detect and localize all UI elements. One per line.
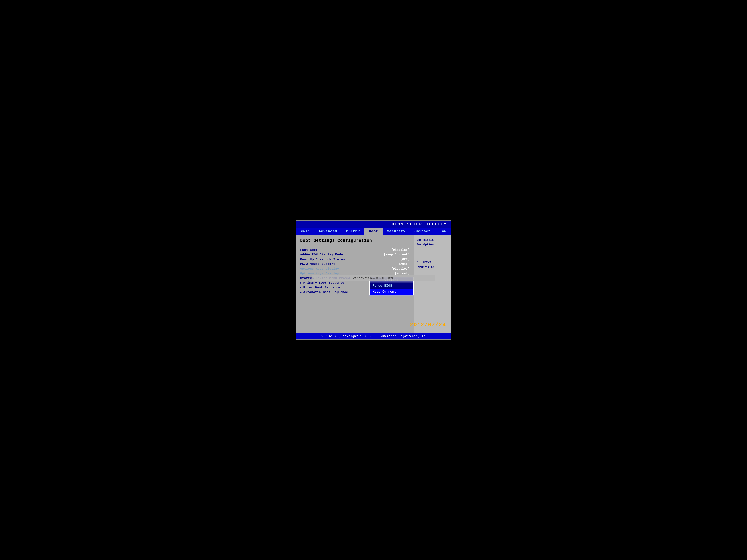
dropdown-option-keep-current[interactable]: Keep Current [369,289,413,295]
value-addon-rom: [Keep Current] [384,253,410,257]
side-key-help: ↑↓↔ :Move F9:Optimize [416,259,448,270]
setting-row-addon-rom[interactable]: AddOn ROM Display Mode [Keep Current] [300,253,410,257]
nav-pciplnp[interactable]: PCIPnP [341,228,364,235]
value-numlock: [OFF] [400,258,410,261]
bios-title-bar: BIOS SETUP UTILITY [296,221,451,228]
bios-title: BIOS SETUP UTILITY [391,222,447,226]
setting-row-numlock[interactable]: Boot Up Num-Lock Status [OFF] [300,258,410,261]
value-options-keys-2: [Normal] [395,272,410,275]
side-help-move: ↑↓↔ :Move [416,259,448,265]
label-options-keys-1: Options Keys Display [300,267,339,271]
nav-chipset[interactable]: Chipset [410,228,435,235]
nav-boot[interactable]: Boot [364,228,383,235]
setting-row-options-keys-2[interactable]: Options Keys Display... [Normal] [300,272,410,275]
watermark-bar: windows没有软盘是什么意思 [312,275,436,281]
nav-power[interactable]: Pow [435,228,451,235]
nav-security[interactable]: Security [383,228,410,235]
footer-bar: v02.61 (C)Copyright 1985-2006, American … [296,333,451,339]
label-auto-boot: Automatic Boot Sequence [300,291,348,294]
content-area: Boot Settings Configuration Fast Boot [D… [296,235,451,333]
label-primary-boot: Primary Boot Sequence [300,281,344,285]
side-panel: Set displa for Option ↑↓↔ :Move F9:Optim… [414,235,451,333]
value-ps2-mouse: [Auto] [398,262,410,266]
side-help-text: Set displa for Option [416,238,448,247]
side-help-optimize: F9:Optimize [416,265,448,270]
setting-row-ps2-mouse[interactable]: PS/2 Mouse Support [Auto] [300,262,410,266]
watermark-text: windows没有软盘是什么意思 [353,276,394,280]
nav-advanced[interactable]: Advanced [314,228,342,235]
label-numlock: Boot Up Num-Lock Status [300,258,345,261]
footer-text: v02.61 (C)Copyright 1985-2006, American … [321,335,426,338]
nav-main[interactable]: Main [296,228,314,235]
nav-bar: Main Advanced PCIPnP Boot Security Chips… [296,228,451,235]
label-addon-rom: AddOn ROM Display Mode [300,253,343,257]
date-stamp: 2012/07/24 [410,322,446,328]
setting-row-fast-boot[interactable]: Fast Boot [Disabled] [300,248,410,252]
label-ps2-mouse: PS/2 Mouse Support [300,262,335,266]
label-options-keys-2: Options Keys Display... [300,272,345,275]
label-fast-boot: Fast Boot [300,248,318,252]
label-error-boot: Error Boot Sequence [300,286,340,289]
value-options-keys-1: [Disabled] [391,267,410,271]
value-fast-boot: [Disabled] [391,248,410,252]
setting-row-options-keys-1[interactable]: Options Keys Display [Disabled] [300,267,410,271]
divider [300,245,410,245]
dropdown-option-force-bios[interactable]: Force BIOS [369,283,413,289]
section-title: Boot Settings Configuration [300,238,410,243]
